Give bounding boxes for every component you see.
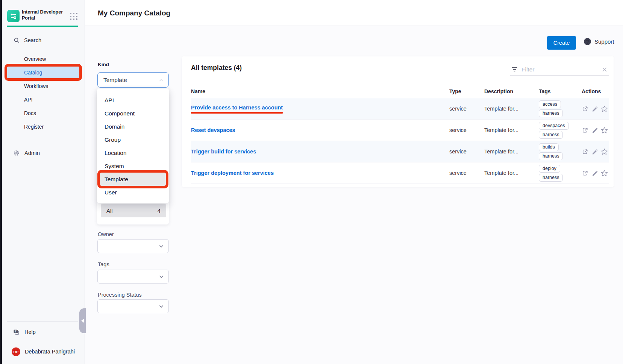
- template-type-cell: service: [449, 149, 484, 155]
- template-actions-cell: [582, 148, 609, 155]
- tag-chip: deploy: [539, 165, 560, 173]
- edit-pencil-icon[interactable]: [591, 127, 597, 133]
- sidebar-item-register[interactable]: Register: [7, 121, 79, 132]
- template-name-link[interactable]: Provide access to Harness account: [191, 105, 283, 114]
- sidebar-item-api[interactable]: API: [7, 94, 79, 105]
- owner-select[interactable]: [97, 239, 169, 253]
- sidebar-item-overview[interactable]: Overview: [7, 53, 79, 65]
- search-label: Search: [24, 37, 41, 43]
- tag-chip: harness: [539, 109, 563, 117]
- kind-option-group[interactable]: Group: [100, 133, 166, 146]
- templates-table-card: All templates (4) Name Type Description …: [182, 56, 614, 187]
- kind-all-count: 4: [158, 208, 161, 214]
- support-button[interactable]: ? Support: [581, 38, 614, 45]
- template-description-cell: Template for...: [484, 127, 539, 133]
- template-description-cell: Template for...: [484, 149, 539, 155]
- owner-label: Owner: [98, 231, 114, 237]
- template-tags-cell: buildsharness: [539, 143, 582, 160]
- template-description-cell: Template for...: [484, 106, 539, 112]
- template-tags-cell: devspacesharness: [539, 122, 582, 139]
- chevron-up-icon: [158, 77, 164, 83]
- sidebar-item-workflows[interactable]: Workflows: [7, 80, 79, 92]
- kind-option-api[interactable]: API: [100, 94, 166, 107]
- template-name-cell: Trigger deployment for services: [191, 170, 449, 176]
- kind-option-label: Group: [105, 136, 121, 143]
- open-in-new-icon[interactable]: [582, 106, 588, 112]
- sidebar-collapse-handle[interactable]: [79, 308, 86, 333]
- kind-option-label: Domain: [105, 123, 124, 130]
- clear-filter-icon[interactable]: [602, 67, 608, 73]
- kind-option-system[interactable]: System: [100, 159, 166, 173]
- open-in-new-icon[interactable]: [582, 170, 588, 176]
- template-type-cell: service: [449, 106, 484, 112]
- sidebar-item-docs[interactable]: Docs: [7, 107, 79, 119]
- template-name-cell: Trigger build for services: [191, 148, 449, 155]
- kind-option-domain[interactable]: Domain: [100, 120, 166, 133]
- sidebar: Internal Developer Portal Search Overvie…: [2, 0, 85, 364]
- template-type-cell: service: [449, 127, 484, 133]
- processing-status-select[interactable]: [97, 299, 169, 313]
- sidebar-user[interactable]: DP Debabrata Panigrahi: [2, 347, 85, 356]
- template-type-cell: service: [449, 170, 484, 176]
- svg-text:?: ?: [15, 329, 17, 333]
- kind-option-label: Location: [105, 150, 127, 156]
- star-icon[interactable]: [601, 127, 608, 134]
- sidebar-item-catalog[interactable]: Catalog: [7, 67, 79, 78]
- sidebar-search[interactable]: Search: [2, 35, 85, 46]
- template-actions-cell: [582, 170, 609, 177]
- kind-option-label: Component: [105, 110, 135, 117]
- sidebar-item-admin[interactable]: Admin: [2, 147, 85, 159]
- tag-chip: devspaces: [539, 122, 569, 130]
- tag-chip: harness: [539, 174, 563, 182]
- chevron-down-icon: [158, 303, 164, 309]
- kind-option-label: API: [105, 97, 114, 104]
- user-name: Debabrata Panigrahi: [25, 349, 75, 355]
- star-icon[interactable]: [601, 105, 608, 112]
- kind-select[interactable]: Template: [97, 72, 169, 88]
- table-row: Reset devspacesserviceTemplate for...dev…: [191, 120, 609, 141]
- filter-icon: [511, 66, 518, 73]
- template-name-link[interactable]: Trigger deployment for services: [191, 170, 274, 176]
- create-button[interactable]: Create: [547, 36, 576, 50]
- kind-option-user[interactable]: User: [100, 186, 166, 199]
- sidebar-nav: OverviewCatalogWorkflowsAPIDocsRegister: [2, 52, 85, 134]
- brand-row: Internal Developer Portal: [2, 0, 85, 26]
- edit-pencil-icon[interactable]: [591, 170, 597, 176]
- admin-label: Admin: [24, 150, 40, 156]
- kind-option-template[interactable]: Template: [100, 173, 166, 186]
- kind-option-label: System: [105, 163, 124, 170]
- edit-pencil-icon[interactable]: [591, 106, 597, 112]
- avatar: DP: [12, 347, 20, 356]
- open-in-new-icon[interactable]: [582, 127, 588, 133]
- star-icon[interactable]: [601, 148, 608, 155]
- star-icon[interactable]: [601, 170, 608, 177]
- edit-pencil-icon[interactable]: [591, 149, 597, 155]
- tag-chip: access: [539, 100, 561, 108]
- open-in-new-icon[interactable]: [582, 149, 588, 155]
- kind-all-row[interactable]: All 4: [101, 204, 166, 217]
- processing-status-label: Processing Status: [98, 292, 142, 298]
- table-row: Provide access to Harness accountservice…: [191, 98, 609, 120]
- table-filter-input[interactable]: [521, 66, 602, 73]
- page-title: My Company Catalog: [98, 9, 170, 17]
- search-icon: [14, 37, 20, 44]
- tag-chip: harness: [539, 131, 563, 139]
- template-name-link[interactable]: Reset devspaces: [191, 127, 235, 133]
- template-name-cell: Provide access to Harness account: [191, 104, 449, 114]
- template-description-cell: Template for...: [484, 170, 539, 176]
- kind-option-label: User: [105, 189, 117, 196]
- kind-option-component[interactable]: Component: [100, 107, 166, 120]
- table-row: Trigger build for servicesserviceTemplat…: [191, 141, 609, 162]
- apps-grid-icon[interactable]: [70, 13, 78, 20]
- kind-option-label: Template: [105, 176, 128, 183]
- brand-underline: [7, 26, 78, 27]
- sidebar-item-help[interactable]: ? Help: [2, 327, 85, 337]
- kind-option-location[interactable]: Location: [100, 146, 166, 159]
- app-logo-icon: [7, 10, 20, 22]
- tags-select[interactable]: [97, 270, 169, 284]
- table-filter: [510, 63, 609, 76]
- template-name-link[interactable]: Trigger build for services: [191, 149, 256, 155]
- chevron-down-icon: [158, 243, 164, 249]
- column-header-tags: Tags: [539, 88, 582, 94]
- help-label: Help: [24, 329, 36, 335]
